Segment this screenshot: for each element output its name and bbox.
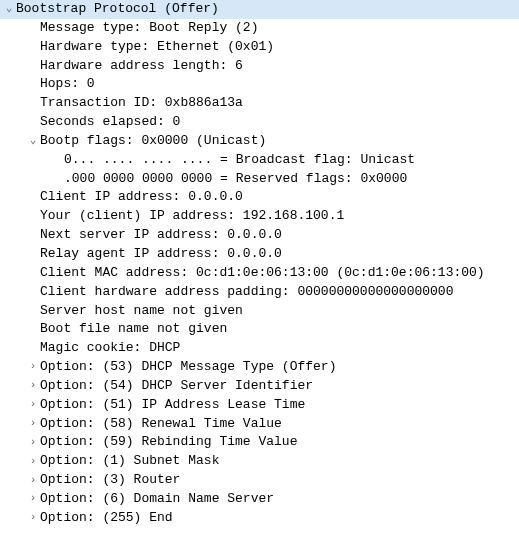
- field-text: Option: (59) Rebinding Time Value: [40, 433, 297, 452]
- expand-closed-icon[interactable]: ›: [26, 510, 40, 526]
- field-message-type[interactable]: Message type: Boot Reply (2): [0, 19, 519, 38]
- field-client-mac[interactable]: Client MAC address: 0c:d1:0e:06:13:00 (0…: [0, 264, 519, 283]
- tree-root-bootstrap[interactable]: ⌄ Bootstrap Protocol (Offer): [0, 0, 519, 19]
- field-hardware-type[interactable]: Hardware type: Ethernet (0x01): [0, 38, 519, 57]
- option-59[interactable]: › Option: (59) Rebinding Time Value: [0, 433, 519, 452]
- expand-open-icon[interactable]: ⌄: [26, 133, 40, 149]
- field-text: Seconds elapsed: 0: [40, 113, 180, 132]
- option-53[interactable]: › Option: (53) DHCP Message Type (Offer): [0, 358, 519, 377]
- field-text: Magic cookie: DHCP: [40, 339, 180, 358]
- field-server-host[interactable]: Server host name not given: [0, 302, 519, 321]
- field-text: Option: (6) Domain Name Server: [40, 490, 274, 509]
- field-text: Option: (3) Router: [40, 471, 180, 490]
- field-boot-file[interactable]: Boot file name not given: [0, 320, 519, 339]
- field-text: Your (client) IP address: 192.168.100.1: [40, 207, 344, 226]
- option-6[interactable]: › Option: (6) Domain Name Server: [0, 490, 519, 509]
- field-hops[interactable]: Hops: 0: [0, 75, 519, 94]
- field-text: Client MAC address: 0c:d1:0e:06:13:00 (0…: [40, 264, 485, 283]
- field-text: Server host name not given: [40, 302, 243, 321]
- option-54[interactable]: › Option: (54) DHCP Server Identifier: [0, 377, 519, 396]
- option-255[interactable]: › Option: (255) End: [0, 509, 519, 528]
- field-text: Relay agent IP address: 0.0.0.0: [40, 245, 282, 264]
- expand-closed-icon[interactable]: ›: [26, 435, 40, 451]
- field-text: Next server IP address: 0.0.0.0: [40, 226, 282, 245]
- option-58[interactable]: › Option: (58) Renewal Time Value: [0, 415, 519, 434]
- field-next-server-ip[interactable]: Next server IP address: 0.0.0.0: [0, 226, 519, 245]
- field-text: 0... .... .... .... = Broadcast flag: Un…: [64, 151, 415, 170]
- field-client-hw-padding[interactable]: Client hardware address padding: 0000000…: [0, 283, 519, 302]
- expand-closed-icon[interactable]: ›: [26, 378, 40, 394]
- field-text: Hardware address length: 6: [40, 57, 243, 76]
- flag-reserved[interactable]: .000 0000 0000 0000 = Reserved flags: 0x…: [0, 170, 519, 189]
- field-text: Client IP address: 0.0.0.0: [40, 188, 243, 207]
- field-text: Transaction ID: 0xb886a13a: [40, 94, 243, 113]
- field-bootp-flags[interactable]: ⌄ Bootp flags: 0x0000 (Unicast): [0, 132, 519, 151]
- field-client-ip[interactable]: Client IP address: 0.0.0.0: [0, 188, 519, 207]
- expand-closed-icon[interactable]: ›: [26, 491, 40, 507]
- option-3[interactable]: › Option: (3) Router: [0, 471, 519, 490]
- field-text: Option: (255) End: [40, 509, 173, 528]
- field-text: Option: (54) DHCP Server Identifier: [40, 377, 313, 396]
- expand-closed-icon[interactable]: ›: [26, 454, 40, 470]
- field-text: Hops: 0: [40, 75, 95, 94]
- option-51[interactable]: › Option: (51) IP Address Lease Time: [0, 396, 519, 415]
- field-seconds-elapsed[interactable]: Seconds elapsed: 0: [0, 113, 519, 132]
- expand-closed-icon[interactable]: ›: [26, 397, 40, 413]
- field-text: Option: (51) IP Address Lease Time: [40, 396, 305, 415]
- field-hw-addr-len[interactable]: Hardware address length: 6: [0, 57, 519, 76]
- field-text: Client hardware address padding: 0000000…: [40, 283, 453, 302]
- expand-closed-icon[interactable]: ›: [26, 416, 40, 432]
- root-label: Bootstrap Protocol (Offer): [16, 0, 219, 19]
- expand-open-icon[interactable]: ⌄: [2, 1, 16, 17]
- field-text: Message type: Boot Reply (2): [40, 19, 258, 38]
- field-text: Option: (58) Renewal Time Value: [40, 415, 282, 434]
- option-1[interactable]: › Option: (1) Subnet Mask: [0, 452, 519, 471]
- field-text: Boot file name not given: [40, 320, 227, 339]
- field-magic-cookie[interactable]: Magic cookie: DHCP: [0, 339, 519, 358]
- field-text: Option: (53) DHCP Message Type (Offer): [40, 358, 336, 377]
- field-transaction-id[interactable]: Transaction ID: 0xb886a13a: [0, 94, 519, 113]
- field-relay-agent-ip[interactable]: Relay agent IP address: 0.0.0.0: [0, 245, 519, 264]
- expand-closed-icon[interactable]: ›: [26, 359, 40, 375]
- field-text: Hardware type: Ethernet (0x01): [40, 38, 274, 57]
- field-text: .000 0000 0000 0000 = Reserved flags: 0x…: [64, 170, 407, 189]
- field-text: Option: (1) Subnet Mask: [40, 452, 219, 471]
- flag-broadcast[interactable]: 0... .... .... .... = Broadcast flag: Un…: [0, 151, 519, 170]
- field-your-ip[interactable]: Your (client) IP address: 192.168.100.1: [0, 207, 519, 226]
- expand-closed-icon[interactable]: ›: [26, 473, 40, 489]
- field-text: Bootp flags: 0x0000 (Unicast): [40, 132, 266, 151]
